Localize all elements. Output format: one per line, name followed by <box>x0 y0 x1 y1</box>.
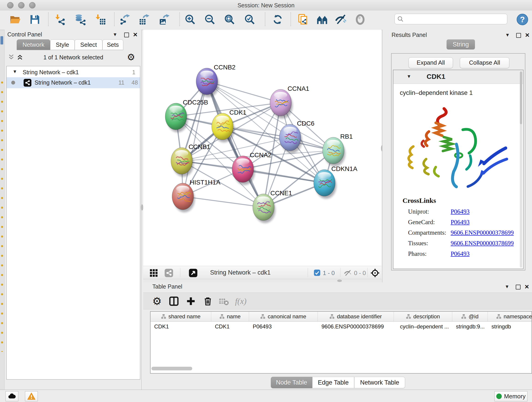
tab-network[interactable]: Network <box>17 39 50 50</box>
cell-description: cyclin–dependent ... <box>394 322 452 332</box>
tab-string[interactable]: String <box>447 39 475 50</box>
crosslink-label: Pharos: <box>408 250 427 257</box>
tab-network-table[interactable]: Network Table <box>354 377 405 388</box>
search-field[interactable] <box>394 14 507 24</box>
tab-node-table[interactable]: Node Table <box>271 377 312 388</box>
collapse-all-networks-button[interactable] <box>8 54 15 61</box>
import-network-button[interactable] <box>54 12 66 27</box>
network-edge-cdk1-rb1[interactable] <box>222 127 333 151</box>
network-row-selected[interactable]: String Network – cdk1 11 48 <box>7 77 140 88</box>
warnings-button[interactable] <box>25 391 38 401</box>
import-table-button[interactable] <box>94 12 107 27</box>
delete-table-button[interactable] <box>217 294 231 308</box>
network-node-ccnb2[interactable]: CCNB2 <box>196 64 235 97</box>
toolbar-divider <box>48 12 49 26</box>
hidden-items-indicator[interactable] <box>344 269 352 278</box>
export-network-button[interactable] <box>119 12 131 27</box>
network-node-ccna1[interactable]: CCNA1 <box>270 85 309 119</box>
collapse-all-button[interactable]: Collapse All <box>460 57 509 68</box>
crosslink-uniprot-link[interactable]: P06493 <box>451 208 470 215</box>
show-columns-button[interactable] <box>167 294 181 308</box>
gene-card-header[interactable]: ▼ CDK1 <box>393 70 523 84</box>
network-manager-button[interactable] <box>316 12 329 27</box>
show-all-button[interactable] <box>354 12 367 27</box>
memory-button[interactable]: Memory <box>494 391 527 401</box>
grid-view-button[interactable] <box>150 269 158 278</box>
panel-resize-grip[interactable] <box>141 204 143 211</box>
network-node-cdc6[interactable]: CDC6 <box>279 120 314 153</box>
column-header-database-identifier[interactable]: database identifier <box>318 312 394 321</box>
help-button[interactable]: ? <box>516 12 529 27</box>
toolbar-divider <box>114 12 114 26</box>
table-panel-close-icon[interactable]: ✕ <box>525 283 529 290</box>
network-node-hist1h1a[interactable]: HIST1H1A <box>172 179 220 212</box>
results-panel-float-icon[interactable] <box>516 33 521 39</box>
zoom-in-button[interactable] <box>184 12 196 27</box>
results-scrollbar-thumb[interactable] <box>520 71 522 124</box>
table-panel-menu-icon[interactable]: ▾ <box>506 284 508 289</box>
control-panel-float-icon[interactable] <box>124 32 129 38</box>
selected-checkbox[interactable] <box>314 269 321 277</box>
expand-all-networks-button[interactable] <box>17 54 23 61</box>
refresh-view-button[interactable] <box>271 12 284 27</box>
results-panel-close-icon[interactable]: ✕ <box>525 32 530 38</box>
network-node-ccne1[interactable]: CCNE1 <box>253 190 292 223</box>
zoom-fit-button[interactable] <box>223 12 236 27</box>
tab-select[interactable]: Select <box>75 39 102 50</box>
tab-sets[interactable]: Sets <box>102 39 123 50</box>
table-panel-float-icon[interactable] <box>516 285 520 290</box>
network-node-rb1[interactable]: RB1 <box>323 133 353 166</box>
results-panel-menu-icon[interactable]: ▾ <box>506 32 509 38</box>
network-node-cdkn1a[interactable]: CDKN1A <box>314 165 357 199</box>
column-header-namespace[interactable]: namespace <box>488 312 532 321</box>
results-scrollbar[interactable] <box>520 71 522 268</box>
zoom-out-button[interactable] <box>203 12 216 27</box>
delete-column-button[interactable] <box>201 294 215 308</box>
function-builder-button[interactable]: f(x) <box>234 294 248 308</box>
add-column-button[interactable] <box>184 294 198 308</box>
checkbox-checked-icon <box>314 269 321 276</box>
cloud-status-button[interactable] <box>6 391 18 401</box>
control-panel-menu-icon[interactable]: ▾ <box>114 32 116 37</box>
table-horizontal-scrollbar-thumb[interactable] <box>152 367 192 370</box>
expand-all-button[interactable]: Expand All <box>409 57 453 68</box>
network-options-gear-icon[interactable]: ⚙ <box>127 52 135 62</box>
gene-collapse-icon[interactable]: ▼ <box>407 74 411 79</box>
tab-style[interactable]: Style <box>50 39 75 50</box>
import-table-icon <box>95 14 106 25</box>
hide-selected-button[interactable] <box>335 12 347 27</box>
fit-selected-button[interactable] <box>370 268 380 279</box>
copy-network-button[interactable] <box>297 12 310 27</box>
network-node-label-ccna1: CCNA1 <box>288 85 309 92</box>
tab-edge-table[interactable]: Edge Table <box>312 377 354 388</box>
open-session-button[interactable] <box>9 12 22 27</box>
search-input[interactable] <box>404 16 501 22</box>
control-panel-close-icon[interactable]: ✕ <box>133 32 138 38</box>
splitter-grip[interactable] <box>337 280 342 282</box>
crosslink-compartments-link[interactable]: 9606.ENSP00000378699 <box>451 229 514 236</box>
crosslink-pharos-link[interactable]: P06493 <box>451 250 470 257</box>
network-node-ccnb1[interactable]: CCNB1 <box>171 143 210 177</box>
table-options-gear-icon[interactable]: ⚙ <box>150 294 164 308</box>
column-header-name[interactable]: name <box>211 312 249 321</box>
export-table-button[interactable] <box>138 12 151 27</box>
collection-expand-icon[interactable]: ▼ <box>13 69 17 74</box>
column-header-canonical-name[interactable]: canonical name <box>249 312 318 321</box>
crosslink-genecard-link[interactable]: P06493 <box>451 219 470 226</box>
column-header-id[interactable]: @id <box>452 312 488 321</box>
crosslink-label: Compartments: <box>408 229 446 236</box>
zoom-selected-button[interactable] <box>243 12 256 27</box>
birdseye-view-button[interactable] <box>189 268 198 279</box>
column-header-shared-name[interactable]: shared name <box>151 312 211 321</box>
column-header-description[interactable]: description <box>394 312 452 321</box>
save-session-button[interactable] <box>28 12 41 27</box>
refresh-icon <box>272 14 283 25</box>
network-collection-row[interactable]: ▼ String Network – cdk1 1 <box>7 67 140 77</box>
export-image-button[interactable] <box>158 12 171 27</box>
network-canvas[interactable]: CCNB2CCNA1CDC25BCDK1CDC6RB1CCNB1CCNA2CDK… <box>143 30 381 266</box>
table-row[interactable]: CDK1 CDK1 P06493 9606.ENSP00000378699 cy… <box>151 322 532 332</box>
network-edge-hist1h1a-ccne1[interactable] <box>183 196 264 207</box>
network-view-type-button[interactable] <box>164 268 173 279</box>
crosslink-tissues-link[interactable]: 9606.ENSP00000378699 <box>451 240 514 247</box>
import-network-from-database-button[interactable] <box>74 12 87 27</box>
